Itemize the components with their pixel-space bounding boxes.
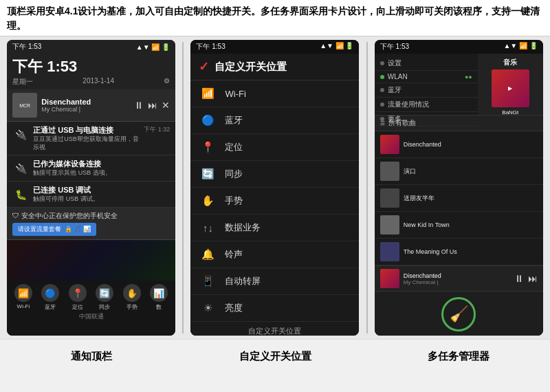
song-thumb-2: [380, 162, 399, 181]
setting-location[interactable]: 📍 定位: [190, 134, 359, 161]
phone3-status-icons: ▲▼ 📶 🔋: [503, 42, 537, 52]
phone1-music-card[interactable]: MCR Disenchanted My Chemical | ⏸ ⏭ ✕: [7, 89, 175, 122]
setting-brightness[interactable]: ☀ 亮度: [190, 295, 359, 322]
settings-item-wlan[interactable]: WLAN ●●: [375, 71, 478, 83]
brightness-setting-icon: ☀: [200, 302, 215, 314]
settings-item-bluetooth[interactable]: 蓝牙: [375, 83, 478, 98]
quick-row: 📶 Wi-Fi 🔵 蓝牙 📍 定位 🔄 同步: [7, 281, 175, 312]
song-item-2[interactable]: 演口: [375, 158, 543, 185]
checkmark-icon: ✓: [199, 59, 209, 74]
footer-label-3: 多任务管理器: [366, 343, 550, 384]
phone3-app-count: 🧹 15 个应用: [375, 291, 543, 336]
song-info-4: New Kid In Town: [404, 221, 538, 228]
wlan-dot: [380, 75, 384, 79]
phone2-time: 下午 1:53: [196, 42, 225, 52]
bt-dot: [380, 88, 384, 92]
quick-wifi[interactable]: 📶 Wi-Fi: [14, 284, 32, 311]
notif-usb1[interactable]: 🔌 正通过 USB 与电脑连接 豆豆英通过USB帮您获取海量应用，音乐视 下午 …: [7, 122, 175, 155]
settings-dot: [380, 61, 384, 65]
phone3-screen: 下午 1:53 ▲▼ 📶 🔋 设置 WLAN ●●: [375, 40, 543, 336]
setting-wifi[interactable]: 📶 Wi-Fi: [190, 80, 359, 107]
pause-icon[interactable]: ⏸: [134, 100, 144, 111]
autorotate-setting-icon: 📱: [200, 275, 215, 287]
playlist-icon: ≡: [380, 118, 385, 128]
song-item-1[interactable]: Disenchanted: [375, 131, 543, 158]
phone1-weekday: 星期一: [12, 77, 33, 87]
setting-bluetooth[interactable]: 🔵 蓝牙: [190, 107, 359, 134]
data-setting-icon: ↑↓: [200, 222, 215, 234]
phone1-panel: 下午 1:53 ▲▼ 📶 🔋 下午 1:53 星期一 2013-1-14 ⚙ M…: [0, 36, 182, 339]
song-item-5[interactable]: The Meaning Of Us: [375, 239, 543, 265]
quick-sync[interactable]: 🔄 同步: [96, 284, 113, 311]
phone1-settings-icon[interactable]: ⚙: [164, 77, 170, 87]
phone1-date: 2013-1-14: [82, 77, 114, 87]
phone1-wallpaper: [7, 240, 175, 285]
phone1-carrier: 中国联通: [7, 312, 175, 323]
phone1-album-art: MCR: [12, 93, 37, 118]
all-songs-label: 所有歌曲: [388, 118, 416, 128]
security-text: 🛡 安全中心正在保护您的手机安全: [12, 211, 170, 221]
song-item-4[interactable]: New Kid In Town: [375, 212, 543, 239]
settings-item-traffic[interactable]: 流量使用情况: [375, 98, 478, 112]
phone3-song-list: Disenchanted 演口 送朋友半年: [375, 131, 543, 265]
phone1-music-controls[interactable]: ⏸ ⏭ ✕: [134, 100, 170, 111]
quick-gesture[interactable]: ✋ 手势: [123, 284, 141, 311]
broom-icon[interactable]: 🧹: [441, 297, 476, 331]
phone3-settings-list: 设置 WLAN ●● 蓝牙 流量使用情况: [375, 54, 478, 115]
wifi-setting-icon: 📶: [200, 87, 215, 100]
setting-autorotate[interactable]: 📱 自动转屏: [190, 268, 359, 295]
banner-text: 顶栏采用安卓4.1设计为基准，加入可自由定制的快捷开关。多任务界面采用卡片设计，…: [7, 6, 540, 31]
notif-usb2[interactable]: 🔌 已作为媒体设备连接 触摸可显示其他 USB 选项。: [7, 155, 175, 182]
next-icon[interactable]: ⏭: [148, 100, 157, 111]
footer-label-1: 通知顶栏: [0, 343, 184, 384]
notif-debug[interactable]: 🐛 已连接 USB 调试 触摸可停用 USB 调试。: [7, 182, 175, 208]
wifi-icon: 📶: [14, 284, 32, 302]
phone3-time: 下午 1:53: [380, 42, 409, 52]
mini-album-art: ▶: [492, 69, 529, 107]
phone2-header: ✓ 自定义开关位置: [190, 54, 359, 80]
phone3-top-section: 设置 WLAN ●● 蓝牙 流量使用情况: [375, 54, 543, 116]
quick-location[interactable]: 📍 定位: [69, 284, 87, 311]
setting-sync[interactable]: 🔄 同步: [190, 161, 359, 188]
gesture-icon: ✋: [123, 284, 141, 302]
bottom-next-icon[interactable]: ⏭: [528, 273, 538, 284]
song-thumb-3: [380, 188, 399, 208]
sync-setting-icon: 🔄: [200, 168, 215, 180]
phone2-status-icons: ▲▼ 📶 🔋: [320, 42, 353, 52]
setting-gesture[interactable]: ✋ 手势: [190, 188, 359, 215]
location-setting-icon: 📍: [200, 141, 215, 153]
bottom-pause-icon[interactable]: ⏸: [514, 273, 524, 284]
phone3-bottom-bar: Disenchanted My Chemical | ⏸ ⏭: [375, 265, 543, 291]
phone1-song-title: Disenchanted: [41, 98, 130, 106]
phone2-screen: 下午 1:53 ▲▼ 📶 🔋 ✓ 自定义开关位置 📶 Wi-Fi 🔵 蓝牙 📍 …: [190, 40, 359, 336]
song-thumb-5: [380, 242, 399, 261]
quick-bluetooth[interactable]: 🔵 蓝牙: [41, 284, 59, 311]
song-info-2: 演口: [404, 167, 538, 176]
bottom-music-info: Disenchanted My Chemical |: [404, 272, 510, 285]
close-music-icon[interactable]: ✕: [162, 100, 170, 111]
phone2-panel: 下午 1:53 ▲▼ 📶 🔋 ✓ 自定义开关位置 📶 Wi-Fi 🔵 蓝牙 📍 …: [184, 36, 366, 339]
bluetooth-setting-icon: 🔵: [200, 114, 215, 127]
song-thumb-1: [380, 135, 399, 154]
phone1-song-artist: My Chemical |: [41, 106, 130, 113]
sync-icon: 🔄: [96, 284, 113, 302]
phone2-bottom-label: 自定义开关位置: [190, 322, 359, 336]
phone1-time: 下午 1:53: [12, 42, 41, 52]
location-icon: 📍: [69, 284, 87, 302]
phone3-music-mini: 音乐 ▶ BaNGt: [478, 54, 543, 115]
notif-usb2-text: 已作为媒体设备连接 触摸可显示其他 USB 选项。: [33, 159, 170, 177]
settings-item-settings[interactable]: 设置: [375, 56, 478, 71]
setting-data[interactable]: ↑↓ 数据业务: [190, 215, 359, 241]
mini-artist: BaNGt: [481, 109, 540, 116]
security-btn[interactable]: 请设置流量套餐 🔒 🎵 📊: [12, 223, 96, 236]
song-info-5: The Meaning Of Us: [404, 248, 538, 255]
phone1-status-icons: ▲▼ 📶 🔋: [136, 43, 170, 51]
bottom-album-art: [380, 269, 399, 288]
quick-data[interactable]: 📊 数: [150, 284, 168, 311]
song-item-3[interactable]: 送朋友半年: [375, 185, 543, 212]
notif-usb1-text: 正通过 USB 与电脑连接 豆豆英通过USB帮您获取海量应用，音乐视: [33, 125, 140, 151]
phone1-time-large: 下午 1:53: [7, 54, 175, 77]
setting-ringtone[interactable]: 🔔 铃声: [190, 241, 359, 268]
notif-debug-text: 已连接 USB 调试 触摸可停用 USB 调试。: [33, 185, 170, 204]
song-info-1: Disenchanted: [404, 141, 538, 148]
